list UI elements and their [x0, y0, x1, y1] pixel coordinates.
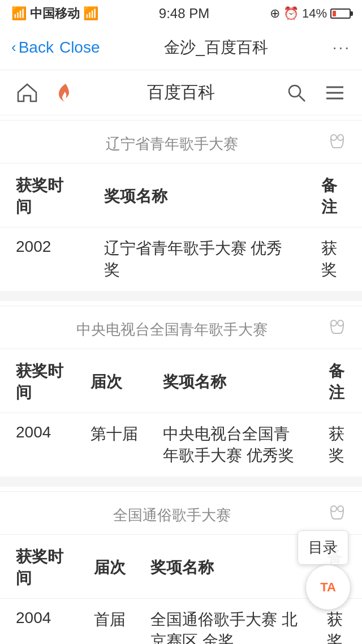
table-section-2: 获奖时间 届次 奖项名称 备注 2004 第十届 中央电视台全国青年歌手大赛 优…	[0, 349, 362, 476]
svg-point-5	[331, 135, 337, 140]
content-area: 辽宁省青年歌手大赛 获奖时间 奖项名称 备注 2002 辽宁省青年歌手大赛	[0, 120, 362, 644]
status-right: ⊕ ⏰ 14%	[270, 6, 351, 21]
section-title-3: 全国通俗歌手大赛	[16, 505, 328, 525]
col-header-round-3: 届次	[78, 535, 135, 599]
col-header-note-1: 备注	[305, 164, 362, 227]
nav-back-close[interactable]: ‹ Back Close	[11, 38, 100, 57]
svg-point-9	[338, 320, 343, 326]
cell-note: 获奖	[305, 227, 362, 291]
table-header-row-1: 获奖时间 奖项名称 备注	[0, 164, 362, 227]
toolbar-title: 百度百科	[90, 81, 272, 104]
status-bar: 📶 中国移动 📶 9:48 PM ⊕ ⏰ 14%	[0, 0, 362, 25]
signal-icon: 📶	[11, 6, 27, 21]
svg-point-12	[338, 506, 343, 512]
cell-note: 获奖	[313, 413, 362, 477]
audio-icon-1[interactable]	[328, 134, 346, 154]
col-header-award-2: 奖项名称	[147, 349, 313, 413]
col-header-year-3: 获奖时间	[0, 535, 78, 599]
svg-point-8	[331, 320, 337, 326]
section-gap-2	[0, 476, 362, 487]
status-carrier: 📶 中国移动 📶	[11, 5, 98, 22]
hot-button[interactable]	[52, 79, 79, 106]
section-header-3: 全国通俗歌手大赛	[0, 491, 362, 535]
battery-icon	[330, 8, 351, 19]
col-header-year-2: 获奖时间	[0, 349, 75, 413]
search-button[interactable]	[283, 79, 310, 106]
close-label[interactable]: Close	[59, 38, 100, 57]
col-header-award-1: 奖项名称	[88, 164, 306, 227]
section-gap-1	[0, 291, 362, 301]
section-title-2: 中央电视台全国青年歌手大赛	[16, 320, 328, 340]
cell-year: 2004	[0, 599, 78, 645]
wifi-icon: 📶	[83, 6, 98, 21]
toc-button[interactable]: 目录	[298, 530, 348, 565]
browser-toolbar: 百度百科	[0, 70, 362, 115]
audio-icon-3[interactable]	[328, 505, 346, 525]
ta-button[interactable]: TA	[305, 565, 351, 610]
svg-point-11	[331, 506, 337, 512]
status-time: 9:48 PM	[159, 6, 209, 22]
col-header-year-1: 获奖时间	[0, 164, 88, 227]
svg-point-0	[289, 85, 300, 97]
table-header-row-2: 获奖时间 届次 奖项名称 备注	[0, 349, 362, 413]
nav-title: 金沙_百度百科	[100, 37, 333, 58]
cell-round: 第十届	[75, 413, 147, 477]
cell-year: 2004	[0, 413, 75, 477]
table-row: 2004 第十届 中央电视台全国青年歌手大赛 优秀奖 获奖	[0, 413, 362, 477]
cell-year: 2002	[0, 227, 88, 291]
section-header-2: 中央电视台全国青年歌手大赛	[0, 306, 362, 349]
col-header-round-2: 届次	[75, 349, 147, 413]
cell-award: 中央电视台全国青年歌手大赛 优秀奖	[147, 413, 313, 477]
alarm-icon: ⏰	[283, 6, 299, 21]
col-header-note-2: 备注	[313, 349, 362, 413]
ta-label: TA	[320, 581, 336, 594]
cell-award: 辽宁省青年歌手大赛 优秀奖	[88, 227, 306, 291]
nav-more-button[interactable]: ···	[333, 38, 351, 57]
cell-round: 首届	[78, 599, 135, 645]
back-label[interactable]: Back	[19, 38, 54, 57]
home-button[interactable]	[14, 79, 41, 106]
battery-percent: 14%	[302, 6, 327, 21]
section-header-1: 辽宁省青年歌手大赛	[0, 120, 362, 164]
nav-bar: ‹ Back Close 金沙_百度百科 ···	[0, 25, 362, 70]
table-section-1: 获奖时间 奖项名称 备注 2002 辽宁省青年歌手大赛 优秀奖 获奖	[0, 164, 362, 291]
menu-button[interactable]	[321, 79, 348, 106]
table-row: 2002 辽宁省青年歌手大赛 优秀奖 获奖	[0, 227, 362, 291]
table-row: 2004 首届 全国通俗歌手大赛 北京赛区 金奖 获奖	[0, 599, 362, 645]
location-icon: ⊕	[270, 6, 280, 21]
chevron-left-icon: ‹	[11, 38, 16, 56]
col-header-award-3: 奖项名称	[135, 535, 311, 599]
svg-point-6	[338, 135, 343, 140]
svg-line-1	[299, 96, 305, 101]
section-title-1: 辽宁省青年歌手大赛	[16, 134, 328, 154]
audio-icon-2[interactable]	[328, 320, 346, 340]
cell-award: 全国通俗歌手大赛 北京赛区 金奖	[135, 599, 311, 645]
